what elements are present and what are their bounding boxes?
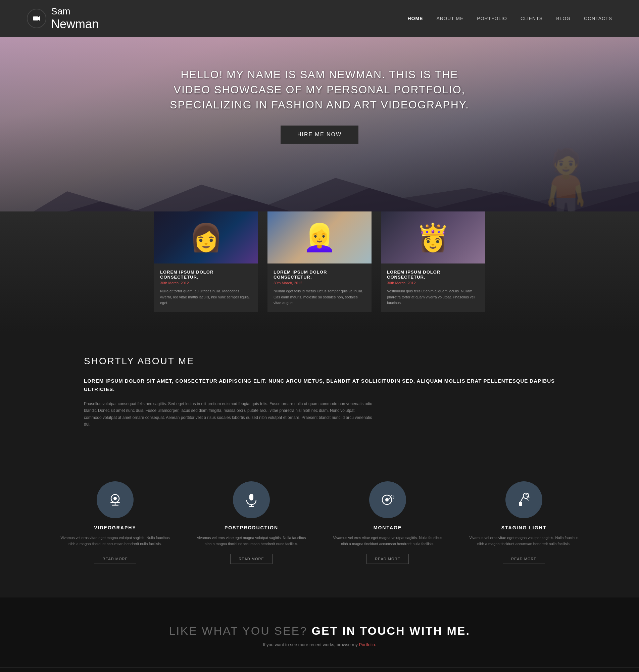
service-staging: STAGING LIGHT Vivamus vel eros vitae ege… xyxy=(456,475,592,570)
service-text-postproduction: Vivamus vel eros vitae eget magna volutp… xyxy=(193,535,309,547)
svg-line-17 xyxy=(520,496,524,502)
staging-icon-circle xyxy=(505,481,542,518)
svg-point-8 xyxy=(113,497,117,500)
nav-clients[interactable]: CLIENTS xyxy=(520,16,543,21)
portfolio-card-1: LOREM IPSUM DOLOR CONSECTETUR. 30th Marc… xyxy=(154,212,258,312)
services-section: VIDEOGRAPHY Vivamus vel eros vitae eget … xyxy=(0,454,639,597)
service-videography: VIDEOGRAPHY Vivamus vel eros vitae eget … xyxy=(47,475,183,570)
service-montage: MONTAGE Vivamus vel eros vitae eget magn… xyxy=(320,475,456,570)
about-section: SHORTLY ABOUT ME LOREM IPSUM DOLOR SIT A… xyxy=(0,332,639,455)
nav-contacts[interactable]: CONTACTS xyxy=(584,16,612,21)
microphone-icon xyxy=(243,492,260,508)
svg-line-20 xyxy=(527,497,530,497)
card-date-3: 30th March, 2012 xyxy=(387,281,479,285)
read-more-postproduction[interactable]: READ MORE xyxy=(230,554,272,564)
cta-section: LIKE WHAT YOU SEE? GET IN TOUCH WITH ME.… xyxy=(0,597,639,667)
header: Sam Newman HOME ABOUT ME PORTFOLIO CLIEN… xyxy=(0,0,639,37)
service-title-staging: STAGING LIGHT xyxy=(466,525,582,530)
videography-icon-circle xyxy=(97,481,134,518)
portfolio-card-2: LOREM IPSUM DOLOR CONSECTETUR. 30th Marc… xyxy=(267,212,372,312)
main-nav: HOME ABOUT ME PORTFOLIO CLIENTS BLOG CON… xyxy=(407,16,612,21)
postproduction-icon-circle xyxy=(233,481,270,518)
film-icon xyxy=(379,492,396,508)
card-body-2: LOREM IPSUM DOLOR CONSECTETUR. 30th Marc… xyxy=(267,264,372,312)
card-text-2: Nullam eget felis id metus luctus semper… xyxy=(274,288,365,306)
cta-title-muted: LIKE WHAT YOU SEE? xyxy=(169,624,308,637)
card-title-1: LOREM IPSUM DOLOR CONSECTETUR. xyxy=(160,269,252,280)
videography-icon xyxy=(107,492,123,508)
cta-portfolio-link[interactable]: Portfolio. xyxy=(359,642,376,647)
montage-icon-circle xyxy=(369,481,406,518)
hero-content: HELLO! MY NAME IS SAM NEWMAN. THIS IS TH… xyxy=(169,67,470,144)
service-title-postproduction: POSTPRODUCTION xyxy=(193,525,309,530)
svg-line-21 xyxy=(526,498,529,500)
card-image-1 xyxy=(154,212,258,264)
read-more-montage[interactable]: READ MORE xyxy=(367,554,409,564)
svg-rect-5 xyxy=(110,502,120,503)
portfolio-card-3: LOREM IPSUM DOLOR CONSECTETUR. 30th Marc… xyxy=(381,212,485,312)
cta-title-bold: GET IN TOUCH WITH ME. xyxy=(312,624,470,637)
card-body-3: LOREM IPSUM DOLOR CONSECTETUR. 30th Marc… xyxy=(381,264,485,312)
logo-svg xyxy=(32,14,41,23)
logo-last-name: Newman xyxy=(51,17,99,31)
nav-blog[interactable]: BLOG xyxy=(556,16,571,21)
service-text-montage: Vivamus vel eros vitae eget magna volutp… xyxy=(330,535,446,547)
logo-first-name: Sam xyxy=(51,6,99,17)
svg-marker-1 xyxy=(38,16,40,21)
service-title-montage: MONTAGE xyxy=(330,525,446,530)
lamp-icon xyxy=(516,492,532,508)
card-date-2: 30th March, 2012 xyxy=(274,281,365,285)
portfolio-section: LOREM IPSUM DOLOR CONSECTETUR. 30th Marc… xyxy=(0,212,639,332)
svg-rect-9 xyxy=(249,494,253,500)
card-image-3 xyxy=(381,212,485,264)
about-lead: LOREM IPSUM DOLOR SIT AMET, CONSECTETUR … xyxy=(84,377,555,394)
read-more-videography[interactable]: READ MORE xyxy=(94,554,136,564)
service-title-videography: VIDEOGRAPHY xyxy=(57,525,173,530)
hire-me-button[interactable]: HIRE ME NOW xyxy=(281,126,358,144)
svg-rect-18 xyxy=(519,502,522,506)
card-body-1: LOREM IPSUM DOLOR CONSECTETUR. 30th Marc… xyxy=(154,264,258,312)
hero-title: HELLO! MY NAME IS SAM NEWMAN. THIS IS TH… xyxy=(169,67,470,112)
service-text-staging: Vivamus vel eros vitae eget magna volutp… xyxy=(466,535,582,547)
service-postproduction: POSTPRODUCTION Vivamus vel eros vitae eg… xyxy=(183,475,320,570)
logo: Sam Newman xyxy=(27,6,99,32)
cta-subtitle-text: If you want to see more recent works, br… xyxy=(263,642,358,647)
card-title-2: LOREM IPSUM DOLOR CONSECTETUR. xyxy=(274,269,365,280)
about-heading: SHORTLY ABOUT ME xyxy=(84,356,555,366)
hero-section: 🧍 HELLO! MY NAME IS SAM NEWMAN. THIS IS … xyxy=(0,37,639,232)
read-more-staging[interactable]: READ MORE xyxy=(503,554,545,564)
logo-text: Sam Newman xyxy=(51,6,99,32)
about-body: Phasellus volutpat consequat felis nec s… xyxy=(84,401,373,428)
card-date-1: 30th March, 2012 xyxy=(160,281,252,285)
svg-rect-0 xyxy=(33,16,38,20)
card-text-1: Nulla at tortor quam, eu ultrices nulla.… xyxy=(160,288,252,306)
card-title-3: LOREM IPSUM DOLOR CONSECTETUR. xyxy=(387,269,479,280)
card-text-3: Vestibulum quis felis ut enim aliquam ia… xyxy=(387,288,479,306)
logo-icon xyxy=(27,9,46,28)
nav-home[interactable]: HOME xyxy=(407,16,423,21)
services-row: VIDEOGRAPHY Vivamus vel eros vitae eget … xyxy=(47,475,592,570)
svg-point-16 xyxy=(523,493,529,498)
cta-title: LIKE WHAT YOU SEE? GET IN TOUCH WITH ME. xyxy=(0,624,639,637)
card-image-2 xyxy=(267,212,372,264)
cards-row: LOREM IPSUM DOLOR CONSECTETUR. 30th Marc… xyxy=(47,212,592,312)
nav-portfolio[interactable]: PORTFOLIO xyxy=(477,16,507,21)
service-text-videography: Vivamus vel eros vitae eget magna volutp… xyxy=(57,535,173,547)
footer: Sam Newman © 2012 | Privacy Policy xyxy=(0,667,639,672)
nav-about[interactable]: ABOUT ME xyxy=(436,16,464,21)
cta-subtitle: If you want to see more recent works, br… xyxy=(0,642,639,647)
